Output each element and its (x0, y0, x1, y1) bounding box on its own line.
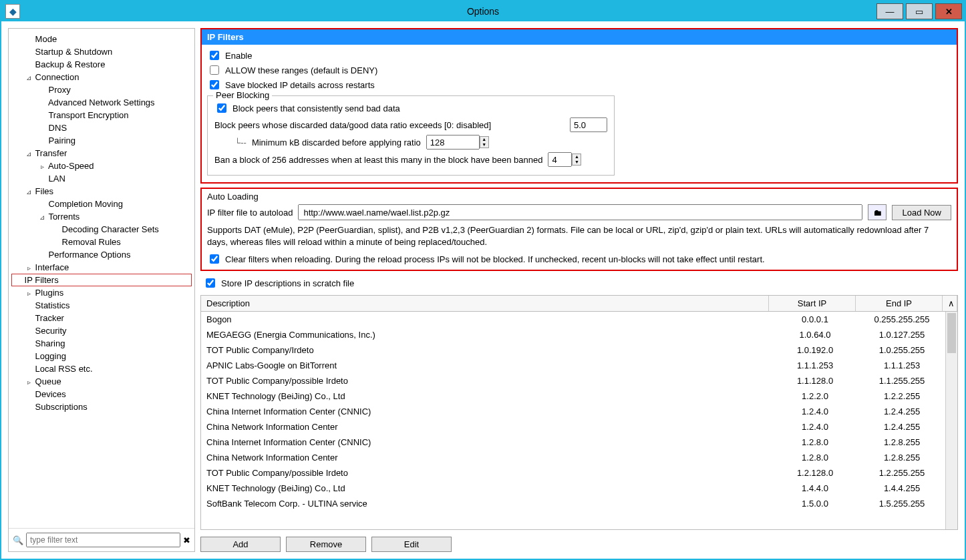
tree-item[interactable]: Performance Options (11, 248, 192, 261)
tree-item[interactable]: ▹ Interface (11, 261, 192, 274)
col-end-ip[interactable]: End IP (856, 296, 943, 311)
clear-filter-icon[interactable]: ✖ (183, 535, 190, 545)
tree-item[interactable]: Startup & Shutdown (11, 45, 192, 58)
search-icon: 🔍 (13, 535, 23, 545)
tree-item[interactable]: ⊿ Files (11, 185, 192, 198)
block-bad-peers-checkbox[interactable]: Block peers that consistently send bad d… (214, 101, 607, 115)
remove-button[interactable]: Remove (286, 537, 366, 552)
scroll-up-icon[interactable]: ∧ (943, 296, 957, 311)
tree-item[interactable]: DNS (11, 121, 192, 134)
min-kb-input[interactable] (426, 135, 480, 150)
peer-blocking-title: Peer Blocking (213, 90, 272, 100)
tree-item[interactable]: LAN (11, 172, 192, 185)
ban-block-label: Ban a block of 256 addresses when at lea… (214, 155, 542, 165)
tree-item[interactable]: Statistics (11, 299, 192, 312)
auto-loading-section: Auto Loading IP filter file to autoload … (200, 188, 958, 271)
ip-filter-table[interactable]: Description Start IP End IP ∧ Bogon0.0.0… (200, 295, 958, 530)
tree-item[interactable]: Tracker (11, 312, 192, 324)
close-button[interactable]: ✕ (935, 3, 962, 19)
scrollbar[interactable] (945, 312, 957, 529)
tree-item[interactable]: ⊿ Torrents (11, 210, 192, 223)
maximize-button[interactable]: ▭ (906, 3, 933, 19)
browse-icon[interactable]: 🖿 (868, 204, 887, 220)
ip-filters-section: IP Filters Enable ALLOW these ranges (de… (200, 28, 958, 184)
tree-item[interactable]: IP Filters (11, 274, 192, 286)
load-now-button[interactable]: Load Now (892, 205, 951, 220)
tree-item[interactable]: ⊿ Connection (11, 71, 192, 83)
table-row[interactable]: TOT Public Company/possible Irdeto1.2.12… (201, 465, 945, 481)
window-title: Options (467, 6, 499, 17)
col-start-ip[interactable]: Start IP (769, 296, 856, 311)
tree-item[interactable]: Transport Encryption (11, 109, 192, 121)
tree-item[interactable]: Advanced Network Settings (11, 96, 192, 109)
tree-item[interactable]: Devices (11, 388, 192, 400)
save-blocked-checkbox[interactable]: Save blocked IP details across restarts (207, 78, 951, 91)
tree-item[interactable]: Pairing (11, 134, 192, 147)
peer-blocking-group: Peer Blocking Block peers that consisten… (207, 95, 615, 176)
ban-block-input[interactable] (548, 152, 572, 167)
app-icon: ◆ (5, 4, 20, 19)
table-row[interactable]: China Internet Information Center (CNNIC… (201, 435, 945, 450)
tree-item[interactable]: Mode (11, 33, 192, 45)
autoload-input[interactable] (298, 204, 862, 220)
table-row[interactable]: Bogon0.0.0.10.255.255.255 (201, 312, 945, 327)
table-row[interactable]: SoftBank Telecom Corp. - ULTINA service1… (201, 496, 945, 511)
min-kb-label: Minimum kB discarded before applying rat… (252, 137, 421, 148)
tree-item[interactable]: ⊿ Transfer (11, 147, 192, 160)
tree-item[interactable]: Local RSS etc. (11, 362, 192, 375)
minimize-button[interactable]: — (876, 3, 903, 19)
table-row[interactable]: China Network Information Center1.2.4.01… (201, 419, 945, 435)
tree-item[interactable]: Proxy (11, 83, 192, 96)
table-row[interactable]: TOT Public Company/possible Irdeto1.1.12… (201, 373, 945, 388)
ratio-input[interactable] (570, 117, 607, 132)
table-row[interactable]: APNIC Labs-Google on BitTorrent1.1.1.253… (201, 358, 945, 373)
enable-checkbox[interactable]: Enable (207, 49, 951, 62)
tree-item[interactable]: ▹ Plugins (11, 286, 192, 299)
table-row[interactable]: China Network Information Center1.2.8.01… (201, 450, 945, 465)
auto-loading-title: Auto Loading (207, 192, 951, 202)
tree-item[interactable]: ▹ Auto-Speed (11, 160, 192, 172)
clear-filters-checkbox[interactable]: Clear filters when reloading. During the… (207, 252, 951, 266)
table-row[interactable]: TOT Public Company/Irdeto1.0.192.01.0.25… (201, 342, 945, 358)
filter-input[interactable] (26, 533, 180, 547)
add-button[interactable]: Add (200, 537, 281, 552)
tree-item[interactable]: ▹ Queue (11, 375, 192, 388)
ban-block-spinner[interactable]: ▲▼ (572, 154, 581, 166)
edit-button[interactable]: Edit (371, 537, 452, 552)
tree-item[interactable]: Security (11, 324, 192, 337)
tree-item[interactable]: Logging (11, 350, 192, 362)
col-description[interactable]: Description (201, 296, 769, 311)
autoload-help: Supports DAT (eMule), P2P (PeerGuardian,… (207, 224, 951, 248)
table-row[interactable]: KNET Technology (BeiJing) Co., Ltd1.2.2.… (201, 388, 945, 404)
titlebar[interactable]: ◆ Options — ▭ ✕ (1, 1, 965, 21)
allow-ranges-checkbox[interactable]: ALLOW these ranges (default is DENY) (207, 63, 951, 77)
sidebar: Mode Startup & Shutdown Backup & Restore… (8, 28, 195, 552)
tree-item[interactable]: Completion Moving (11, 198, 192, 210)
table-row[interactable]: KNET Technology (BeiJing) Co., Ltd1.4.4.… (201, 481, 945, 496)
scratch-file-checkbox[interactable]: Store IP descriptions in scratch file (200, 276, 958, 290)
section-heading: IP Filters (202, 29, 957, 45)
table-row[interactable]: MEGAEGG (Energia Communications, Inc.)1.… (201, 327, 945, 342)
autoload-label: IP filter file to autoload (207, 208, 293, 218)
tree-item[interactable]: Sharing (11, 337, 192, 350)
tree-item[interactable]: Backup & Restore (11, 58, 192, 71)
min-kb-spinner[interactable]: ▲▼ (480, 136, 489, 148)
tree-item[interactable]: Removal Rules (11, 236, 192, 248)
settings-tree[interactable]: Mode Startup & Shutdown Backup & Restore… (9, 29, 194, 528)
ratio-label: Block peers whose discarded data/good da… (214, 120, 491, 130)
tree-item[interactable]: Subscriptions (11, 400, 192, 413)
main-panel: IP Filters Enable ALLOW these ranges (de… (200, 28, 958, 552)
table-row[interactable]: China Internet Information Center (CNNIC… (201, 404, 945, 419)
tree-item[interactable]: Decoding Character Sets (11, 223, 192, 236)
